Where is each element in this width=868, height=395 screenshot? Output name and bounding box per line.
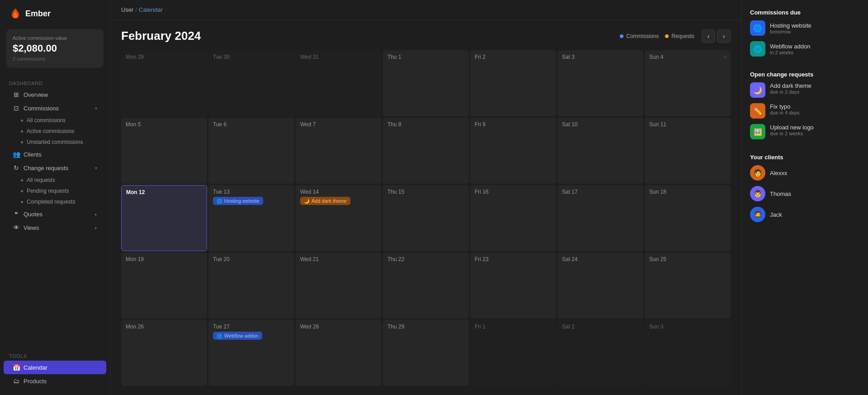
calendar-wrapper: February 2024 Commissions Requests ‹ ›: [110, 20, 741, 395]
quotes-chevron-icon: ▸: [95, 212, 97, 217]
calendar-controls: Commissions Requests ‹ ›: [620, 29, 731, 43]
calendar-day-fri9[interactable]: Fri 9: [470, 118, 556, 184]
legend-dot-requests: [665, 34, 669, 38]
calendar-day-mon19[interactable]: Mon 19: [121, 252, 207, 319]
calendar-day-wed7[interactable]: Wed 7: [296, 118, 382, 184]
day-label: Thu 15: [387, 189, 464, 195]
calendar-day-fri16[interactable]: Fri 16: [470, 185, 556, 251]
sidebar-item-label-change-requests: Change requests: [24, 165, 68, 171]
sidebar-item-commissions[interactable]: ⊡ Commissions ▾: [4, 101, 106, 115]
calendar-day-tue6[interactable]: Tue 6: [208, 118, 294, 184]
sidebar-item-all-requests[interactable]: All requests: [4, 175, 106, 186]
label-all-commissions: All commissions: [27, 117, 66, 124]
calendar-day-wed31[interactable]: Wed 31: [296, 50, 382, 116]
client-avatar-alexxx: 🧑: [750, 165, 765, 181]
calendar-day-sat2[interactable]: Sat 2: [557, 320, 643, 386]
calendar-day-mon5[interactable]: Mon 5: [121, 118, 207, 184]
sidebar-item-unstarted-commissions[interactable]: Unstarted commissions: [4, 137, 106, 148]
due-item-hosting[interactable]: 🌐 Hosting website tomorrow: [750, 20, 860, 36]
sidebar-item-pending-requests[interactable]: Pending requests: [4, 186, 106, 196]
sidebar-item-active-commissions[interactable]: Active commissions: [4, 126, 106, 137]
calendar-day-thu8[interactable]: Thu 8: [383, 118, 469, 184]
calendar-day-mon26[interactable]: Mon 26: [121, 320, 207, 386]
client-item-jack[interactable]: 🧔 Jack: [750, 207, 860, 222]
cr-item-upload-logo[interactable]: 🖼️ Upload new logo due in 2 weeks: [750, 124, 860, 139]
day-label: Sun 4: [649, 54, 726, 60]
sidebar-item-overview[interactable]: ⊞ Overview: [4, 88, 106, 101]
calendar-day-sat24[interactable]: Sat 24: [557, 252, 643, 319]
calendar-day-tue30[interactable]: Tue 30: [208, 50, 294, 116]
calendar-day-sun4[interactable]: Sun 4⎋: [645, 50, 731, 116]
calendar-day-sat17[interactable]: Sat 17: [557, 185, 643, 251]
calendar-day-thu22[interactable]: Thu 22: [383, 252, 469, 319]
calendar-day-thu15[interactable]: Thu 15: [383, 185, 469, 251]
dot-icon: [21, 141, 23, 143]
calendar-day-tue13[interactable]: Tue 13🌐Hosting website: [208, 185, 294, 251]
sidebar-item-calendar[interactable]: 📅 Calendar: [4, 361, 106, 374]
commission-sub: 2 commissions: [13, 56, 97, 62]
label-completed-requests: Completed requests: [27, 199, 75, 205]
client-name-alexxx: Alexxx: [770, 170, 787, 176]
calendar-day-thu29[interactable]: Thu 29: [383, 320, 469, 386]
event-badge[interactable]: 🌐Hosting website: [213, 197, 263, 205]
day-label: Sun 11: [649, 121, 726, 128]
calendar-day-mon12[interactable]: Mon 12: [121, 185, 207, 251]
clients-title: Your clients: [750, 154, 860, 161]
change-requests-section: Open change requests 🌙 Add dark theme du…: [750, 71, 860, 145]
calendar-nav: ‹ ›: [702, 29, 731, 43]
prev-month-button[interactable]: ‹: [702, 29, 715, 43]
sidebar-item-completed-requests[interactable]: Completed requests: [4, 196, 106, 207]
calendar-day-sat3[interactable]: Sat 3: [557, 50, 643, 116]
commission-value: $2,080.00: [13, 43, 97, 54]
day-label: Fri 23: [475, 256, 552, 262]
day-label: Wed 21: [300, 256, 377, 262]
change-requests-title: Open change requests: [750, 71, 860, 78]
sidebar-item-clients[interactable]: 👥 Clients: [4, 148, 106, 161]
due-item-webflow[interactable]: 🌐 Webflow addon in 2 weeks: [750, 41, 860, 57]
sidebar-item-change-requests[interactable]: ↻ Change requests ▾: [4, 161, 106, 175]
sidebar-item-all-commissions[interactable]: All commissions: [4, 115, 106, 126]
cr-item-dark-theme[interactable]: 🌙 Add dark theme due in 2 days: [750, 82, 860, 98]
day-label: Sat 2: [562, 324, 639, 330]
cr-item-fix-typo[interactable]: ✏️ Fix typo due in 4 days: [750, 103, 860, 119]
day-label: Fri 2: [475, 54, 552, 60]
legend-requests: Requests: [665, 33, 694, 39]
dot-icon: [21, 119, 23, 122]
cr-info-fix-typo: Fix typo due in 4 days: [770, 103, 799, 115]
calendar-day-sat10[interactable]: Sat 10: [557, 118, 643, 184]
sidebar-item-products[interactable]: 🗂 Products: [4, 374, 106, 388]
breadcrumb-user[interactable]: User: [121, 6, 133, 13]
calendar-grid: Mon 29Tue 30Wed 31Thu 1Fri 2Sat 3Sun 4⎋M…: [121, 50, 731, 386]
dot-icon: [21, 179, 23, 181]
day-label: Sun 25: [649, 256, 726, 262]
calendar-day-sun25[interactable]: Sun 25: [645, 252, 731, 319]
calendar-day-tue20[interactable]: Tue 20: [208, 252, 294, 319]
event-badge[interactable]: 🌐Webflow addon: [213, 332, 262, 340]
calendar-day-mon29[interactable]: Mon 29: [121, 50, 207, 116]
day-label: Tue 30: [213, 54, 290, 60]
calendar-day-fri1[interactable]: Fri 1: [470, 320, 556, 386]
next-month-button[interactable]: ›: [717, 29, 731, 43]
calendar-day-wed21[interactable]: Wed 21: [296, 252, 382, 319]
client-item-thomas[interactable]: 👨 Thomas: [750, 186, 860, 201]
calendar-day-wed28[interactable]: Wed 28: [296, 320, 382, 386]
sidebar-item-quotes[interactable]: ❝ Quotes ▸: [4, 207, 106, 221]
calendar-header: February 2024 Commissions Requests ‹ ›: [121, 29, 731, 43]
calendar-day-sun3[interactable]: Sun 3: [645, 320, 731, 386]
commissions-icon: ⊡: [13, 105, 20, 112]
calendar-day-tue27[interactable]: Tue 27🌐Webflow addon: [208, 320, 294, 386]
sidebar-item-label-quotes: Quotes: [24, 211, 42, 218]
cr-name-upload-logo: Upload new logo: [770, 124, 814, 131]
client-item-alexxx[interactable]: 🧑 Alexxx: [750, 165, 860, 181]
sidebar-item-views[interactable]: 👁 Views ▸: [4, 221, 106, 234]
breadcrumb-calendar[interactable]: Calendar: [139, 6, 163, 13]
calendar-day-fri2[interactable]: Fri 2: [470, 50, 556, 116]
event-badge[interactable]: 🌙Add dark theme: [300, 197, 350, 205]
calendar-day-fri23[interactable]: Fri 23: [470, 252, 556, 319]
calendar-day-wed14[interactable]: Wed 14🌙Add dark theme: [296, 185, 382, 251]
calendar-day-thu1[interactable]: Thu 1: [383, 50, 469, 116]
calendar-day-sun11[interactable]: Sun 11: [645, 118, 731, 184]
sidebar: Ember Active commission value $2,080.00 …: [0, 0, 110, 395]
external-link-icon: ⎋: [724, 54, 727, 60]
calendar-day-sun18[interactable]: Sun 18: [645, 185, 731, 251]
